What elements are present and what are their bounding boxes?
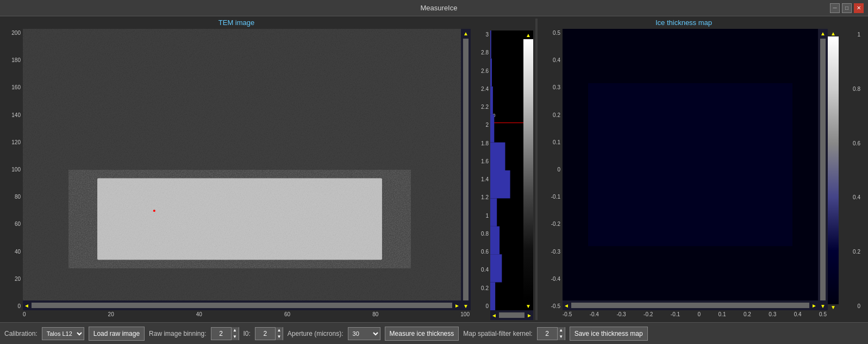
filter-kernel-input[interactable] bbox=[538, 328, 557, 340]
svg-rect-9 bbox=[490, 226, 499, 254]
tem-horiz-scrollbar[interactable]: ◄ ► bbox=[23, 300, 461, 310]
filter-kernel-up[interactable]: ▲ bbox=[557, 327, 565, 334]
tem-scroll-right[interactable]: ► bbox=[453, 303, 461, 309]
svg-rect-14 bbox=[490, 87, 493, 114]
ice-colorbar-section: ▲ ▼ 1 0.8 0.6 0.4 0.2 0 bbox=[828, 19, 866, 320]
tem-panel-title: TEM image bbox=[2, 19, 471, 27]
hist-scroll-right[interactable]: ► bbox=[526, 312, 533, 318]
svg-rect-16 bbox=[490, 30, 491, 58]
svg-rect-10 bbox=[490, 198, 497, 226]
tem-vert-thumb bbox=[463, 39, 469, 300]
hist-scroll-left[interactable]: ◄ bbox=[490, 312, 498, 318]
tem-scroll-left[interactable]: ◄ bbox=[23, 303, 30, 309]
ice-colorbar-gradient bbox=[828, 36, 839, 304]
tem-x-axis: 0 20 40 60 80 100 bbox=[2, 311, 471, 320]
raw-binning-up[interactable]: ▲ bbox=[231, 327, 239, 334]
i0-up[interactable]: ▲ bbox=[275, 327, 283, 334]
aperture-select[interactable]: 30 50 100 bbox=[348, 327, 380, 340]
measure-button[interactable]: Measure ice thickness bbox=[385, 327, 459, 341]
ice-vert-scrollbar[interactable]: ▲ ▼ bbox=[818, 29, 828, 310]
hist-horiz-thumb bbox=[499, 312, 524, 318]
ice-plot[interactable] bbox=[563, 29, 818, 300]
svg-rect-3 bbox=[97, 178, 382, 260]
title-bar: MeasureIce ─ □ ✕ bbox=[0, 0, 868, 16]
histogram-section: 3 2.8 2.6 2.4 2.2 2 1.8 1.6 1.4 1.2 1 0.… bbox=[471, 19, 533, 320]
svg-point-4 bbox=[153, 210, 155, 212]
i0-input[interactable] bbox=[255, 328, 275, 340]
window-controls: ─ □ ✕ bbox=[830, 3, 864, 13]
ice-colorbar-down[interactable]: ▼ bbox=[828, 304, 839, 310]
hist-colorbar-gradient bbox=[523, 39, 533, 302]
hist-y-axis: 3 2.8 2.6 2.4 2.2 2 1.8 1.6 1.4 1.2 1 0.… bbox=[471, 30, 490, 310]
raw-binning-spinner[interactable]: ▲ ▼ bbox=[211, 327, 239, 340]
filter-kernel-down[interactable]: ▼ bbox=[557, 334, 565, 340]
ice-colorbar-up[interactable]: ▲ bbox=[828, 30, 839, 36]
tem-plot[interactable] bbox=[23, 29, 461, 300]
tem-scroll-thumb bbox=[32, 303, 452, 308]
main-content: TEM image 200 180 160 140 120 100 80 60 … bbox=[0, 16, 868, 322]
thickness-section: Ice thickness map 0.5 0.4 0.3 0.2 0.1 0 … bbox=[540, 19, 828, 320]
svg-rect-15 bbox=[490, 58, 492, 86]
right-section: Ice thickness map 0.5 0.4 0.3 0.2 0.1 0 … bbox=[540, 19, 866, 320]
calibration-select[interactable]: Talos L12 bbox=[42, 327, 84, 340]
hist-scroll-down[interactable]: ▼ bbox=[523, 302, 533, 310]
ice-panel-title: Ice thickness map bbox=[540, 19, 828, 27]
ice-colorbar-gradient-container[interactable]: ▲ ▼ bbox=[828, 30, 839, 310]
ice-y-axis: 0.5 0.4 0.3 0.2 0.1 0 -0.1 -0.2 -0.3 -0.… bbox=[540, 29, 563, 310]
tem-section: TEM image 200 180 160 140 120 100 80 60 … bbox=[2, 19, 471, 320]
tem-scroll-up[interactable]: ▲ bbox=[461, 29, 471, 38]
left-section: TEM image 200 180 160 140 120 100 80 60 … bbox=[2, 19, 533, 320]
calibration-label: Calibration: bbox=[4, 330, 38, 337]
window-title: MeasureIce bbox=[48, 4, 830, 12]
svg-rect-18 bbox=[588, 83, 792, 246]
tem-scroll-down[interactable]: ▼ bbox=[461, 302, 471, 310]
svg-rect-12 bbox=[490, 143, 505, 170]
ice-horiz-thumb bbox=[571, 303, 809, 308]
ice-scroll-up[interactable]: ▲ bbox=[818, 29, 828, 38]
restore-button[interactable]: □ bbox=[842, 3, 852, 13]
i0-down[interactable]: ▼ bbox=[275, 334, 283, 340]
ice-vert-thumb bbox=[820, 39, 826, 300]
aperture-label: Aperture (microns): bbox=[288, 330, 344, 337]
svg-rect-11 bbox=[490, 170, 510, 198]
minimize-button[interactable]: ─ bbox=[830, 3, 840, 13]
raw-binning-label: Raw image binning: bbox=[149, 330, 206, 337]
load-raw-image-button[interactable]: Load raw image bbox=[89, 327, 145, 341]
divider bbox=[535, 19, 538, 320]
ice-x-axis: -0.5 -0.4 -0.3 -0.2 -0.1 0 0.1 0.2 0.3 0… bbox=[540, 311, 828, 320]
i0-label: I0: bbox=[243, 330, 251, 337]
hist-scroll-up[interactable]: ▲ bbox=[523, 30, 533, 39]
ice-scroll-right[interactable]: ► bbox=[810, 303, 818, 309]
filter-kernel-spinner[interactable]: ▲ ▼ bbox=[537, 327, 565, 340]
svg-rect-13 bbox=[490, 114, 494, 142]
hist-colorbar[interactable]: ▲ ▼ bbox=[523, 30, 533, 310]
tem-y-axis: 200 180 160 140 120 100 80 60 40 20 0 bbox=[2, 29, 23, 310]
tem-vert-scrollbar[interactable]: ▲ ▼ bbox=[461, 29, 471, 310]
bottom-bar: Calibration: Talos L12 Load raw image Ra… bbox=[0, 322, 868, 344]
svg-rect-7 bbox=[490, 282, 495, 310]
i0-spinner[interactable]: ▲ ▼ bbox=[255, 327, 283, 340]
raw-binning-down[interactable]: ▼ bbox=[231, 334, 239, 340]
ice-horiz-scrollbar[interactable]: ◄ ► bbox=[563, 300, 818, 310]
filter-kernel-arrows: ▲ ▼ bbox=[557, 327, 565, 340]
i0-arrows: ▲ ▼ bbox=[275, 327, 283, 340]
close-button[interactable]: ✕ bbox=[854, 3, 864, 13]
ice-colorbar-y-axis: 1 0.8 0.6 0.4 0.2 0 bbox=[839, 30, 863, 310]
histogram-plot[interactable]: I0 bbox=[490, 30, 523, 310]
hist-horiz-scrollbar[interactable]: ◄ ► bbox=[490, 310, 533, 320]
raw-binning-input[interactable] bbox=[211, 328, 231, 340]
ice-scroll-left[interactable]: ◄ bbox=[563, 303, 570, 309]
svg-rect-8 bbox=[490, 254, 502, 282]
ice-scroll-down[interactable]: ▼ bbox=[818, 302, 828, 310]
save-button[interactable]: Save ice thickness map bbox=[570, 327, 648, 341]
raw-binning-arrows: ▲ ▼ bbox=[231, 327, 239, 340]
filter-kernel-label: Map spatial-filter kernel: bbox=[463, 330, 532, 337]
